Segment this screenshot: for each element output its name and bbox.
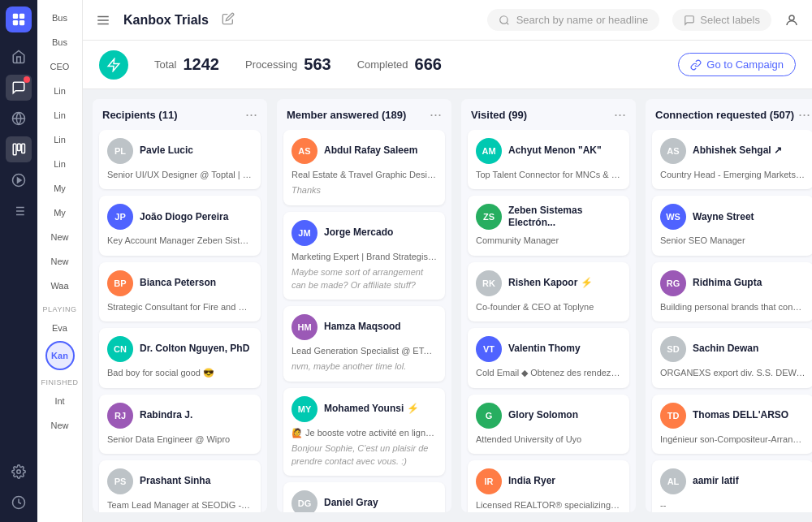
card-name: Ridhima Gupta	[693, 277, 762, 290]
card-name: Hamza Maqsood	[324, 321, 401, 334]
avatar: G	[476, 403, 502, 429]
table-row[interactable]: ALaamir latif----	[652, 460, 812, 512]
table-row[interactable]: HMHamza MaqsoodLead Generation Specialis…	[283, 306, 445, 382]
nav-play-btn[interactable]	[6, 167, 32, 193]
go-campaign-button[interactable]: Go to Campaign	[678, 53, 796, 76]
table-row[interactable]: ASAbhishek Sehgal ↗Country Head - Emergi…	[652, 130, 812, 189]
sidebar-item-bus1[interactable]: Bus	[42, 6, 78, 29]
table-row[interactable]: RGRidhima GuptaBuilding personal brands …	[652, 262, 812, 321]
search-bar[interactable]: Search by name or headline	[487, 9, 660, 31]
table-row[interactable]: PSPrashant SinhaTeam Lead Manager at SEO…	[99, 460, 261, 512]
sidebar-item-new1[interactable]: New	[42, 226, 78, 248]
card-name: Zeben Sistemas Electrón...	[508, 205, 621, 230]
column-cards: PLPavle LucicSenior UI/UX Designer @ Top…	[93, 130, 267, 512]
card-subtitle: Top Talent Connector for MNCs & VC...	[476, 169, 621, 181]
column-more-button[interactable]: ···	[798, 107, 810, 122]
column-more-button[interactable]: ···	[245, 107, 257, 122]
sidebar-item-lin1[interactable]: Lin	[42, 80, 78, 102]
card-name: Thomas DELL'ARSO	[693, 409, 788, 422]
total-value: 1242	[183, 55, 219, 74]
table-row[interactable]: VTValentin ThomyCold Email ◆ Obtenez des…	[468, 328, 629, 387]
card-subtitle: Key Account Manager Zeben Sistema...	[107, 235, 253, 247]
profile-icon-btn[interactable]	[784, 13, 799, 28]
table-row[interactable]: JPJoão Diogo PereiraKey Account Manager …	[99, 196, 261, 255]
card-subtitle: Cold Email ◆ Obtenez des rendez-vou...	[476, 367, 621, 379]
card-subtitle: 🙋 Je booste votre activité en ligne | N.…	[292, 427, 437, 439]
table-row[interactable]: JMJorge MercadoMarketing Expert | Brand …	[283, 212, 445, 300]
sidebar-item-new2[interactable]: New	[42, 250, 78, 273]
completed-value: 666	[415, 55, 442, 74]
sidebar-item-new3[interactable]: New	[42, 414, 78, 437]
svg-line-23	[506, 22, 508, 24]
nav-list-btn[interactable]	[6, 198, 32, 224]
messages-badge	[24, 76, 30, 83]
card-name: Sachin Dewan	[693, 343, 758, 356]
nav-clock-btn[interactable]	[6, 490, 32, 516]
sidebar-item-kan[interactable]: Kan	[45, 341, 75, 370]
table-row[interactable]: AMAchyut Menon "AK"Top Talent Connector …	[468, 130, 629, 189]
column-more-button[interactable]: ···	[614, 107, 626, 122]
app-logo[interactable]	[6, 6, 32, 32]
nav-network-btn[interactable]	[6, 106, 32, 132]
nav-settings-btn[interactable]	[6, 459, 32, 485]
page-header: Kanbox Trials Search by name or headline…	[83, 0, 812, 41]
sidebar-item-lin2[interactable]: Lin	[42, 104, 78, 127]
svg-point-22	[499, 15, 507, 23]
avatar: TD	[660, 403, 686, 429]
avatar: AS	[660, 138, 686, 164]
avatar: RJ	[107, 403, 133, 429]
completed-stats: Completed 666	[357, 55, 442, 74]
table-row[interactable]: CNDr. Colton Nguyen, PhDBad boy for soci…	[99, 328, 261, 387]
sidebar-item-my2[interactable]: My	[42, 201, 78, 224]
avatar: PL	[107, 138, 133, 164]
sidebar-item-eva[interactable]: Eva	[42, 317, 78, 339]
column-header-visited: Visited (99)···	[461, 99, 636, 130]
column-visited: Visited (99)···AMAchyut Menon "AK"Top Ta…	[461, 99, 636, 512]
avatar: JP	[107, 204, 133, 230]
sidebar-item-waa[interactable]: Waa	[42, 274, 78, 297]
card-name: Dr. Colton Nguyen, PhD	[140, 343, 249, 356]
sidebar-item-bus2[interactable]: Bus	[42, 31, 78, 54]
sidebar-item-ceo[interactable]: CEO	[42, 55, 78, 78]
table-row[interactable]: IRIndia RyerLicensed REALTOR® specializi…	[468, 460, 629, 512]
chat-icon	[684, 15, 695, 26]
table-row[interactable]: GGlory SolomonAttended University of Uyo	[468, 395, 629, 454]
column-header-member_answered: Member answered (189)···	[277, 99, 451, 130]
labels-filter[interactable]: Select labels	[672, 9, 771, 31]
nav-kanban-btn[interactable]	[6, 136, 32, 162]
card-name: Abdul Rafay Saleem	[324, 145, 417, 157]
nav-home-btn[interactable]	[6, 44, 32, 70]
table-row[interactable]: ASAbdul Rafay SaleemReal Estate & Travel…	[283, 130, 445, 205]
card-subtitle: Team Lead Manager at SEODiG - Dig...	[107, 499, 253, 511]
sidebar-item-int[interactable]: Int	[42, 390, 78, 412]
avatar: PS	[107, 468, 133, 494]
column-more-button[interactable]: ···	[430, 107, 442, 122]
table-row[interactable]: DGDaniel GrayCo-Founder & CEO @ LernoHi …	[283, 482, 445, 512]
table-row[interactable]: BPBianca PetersonStrategic Consultant fo…	[99, 262, 261, 321]
go-campaign-label: Go to Campaign	[706, 58, 784, 71]
table-row[interactable]: PLPavle LucicSenior UI/UX Designer @ Top…	[99, 130, 261, 189]
card-message: Bonjour Sophie, C'est un plaisir de pren…	[292, 442, 437, 468]
nav-messages-btn[interactable]	[6, 75, 32, 101]
table-row[interactable]: SDSachin DewanORGANEXS export div. S.S. …	[652, 328, 812, 387]
card-name: Achyut Menon "AK"	[508, 145, 602, 157]
table-row[interactable]: ZSZeben Sistemas Electrón...Community Ma…	[468, 196, 629, 255]
table-row[interactable]: TDThomas DELL'ARSOIngénieur son-Composit…	[652, 395, 812, 454]
total-stats: Total 1242	[154, 55, 219, 74]
edit-icon[interactable]	[222, 12, 235, 28]
table-row[interactable]: WSWayne StreetSenior SEO Manager	[652, 196, 812, 255]
table-row[interactable]: RJRabindra J.Senior Data Engineer @ Wipr…	[99, 395, 261, 454]
card-subtitle: Marketing Expert | Brand Strategist | ..…	[292, 251, 437, 263]
card-subtitle: Real Estate & Travel Graphic Designe...	[292, 169, 437, 181]
menu-button[interactable]	[96, 13, 110, 28]
card-message: nvm, maybe another time lol.	[292, 360, 437, 373]
avatar: DG	[292, 490, 317, 512]
sidebar-item-lin3[interactable]: Lin	[42, 128, 78, 151]
sidebar-item-my1[interactable]: My	[42, 177, 78, 200]
card-name: India Ryer	[508, 475, 555, 488]
table-row[interactable]: MYMohamed Younsi ⚡🙋 Je booste votre acti…	[283, 388, 445, 476]
sidebar-item-lin4[interactable]: Lin	[42, 153, 78, 175]
table-row[interactable]: RKRishen Kapoor ⚡Co-founder & CEO at Top…	[468, 262, 629, 321]
card-subtitle: Senior Data Engineer @ Wipro	[107, 434, 253, 446]
card-subtitle: Country Head - Emerging Markets | S...	[660, 169, 806, 181]
